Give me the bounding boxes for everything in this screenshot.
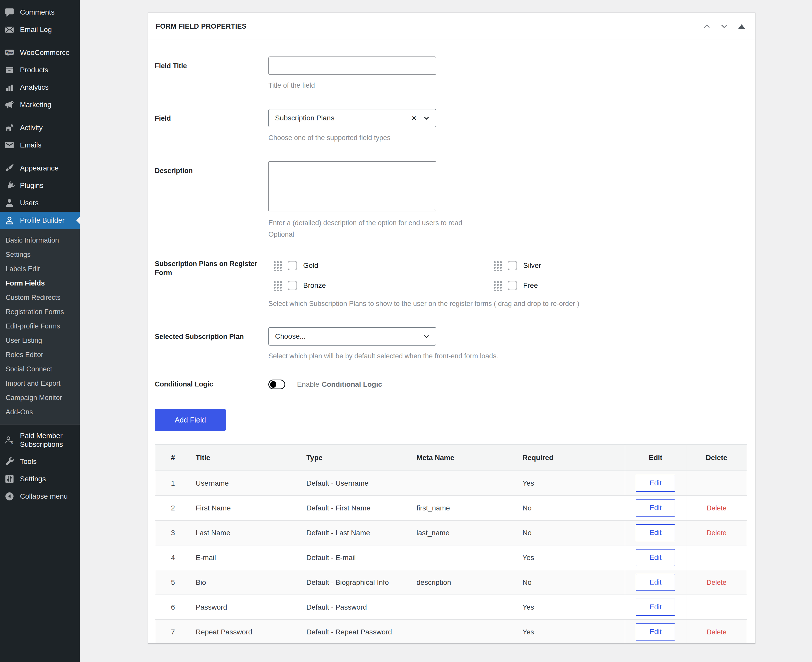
field-type-select[interactable]: Subscription Plans × [268, 109, 436, 127]
sidebar-item-settings-sub[interactable]: Settings [0, 247, 80, 262]
sidebar-item-add-ons[interactable]: Add-Ons [0, 405, 80, 419]
move-down-icon[interactable] [719, 21, 730, 32]
table-header-row: # Title Type Meta Name Required Edit Del… [155, 445, 747, 471]
enable-prefix: Enable [297, 380, 319, 388]
edit-button[interactable]: Edit [636, 623, 675, 641]
sidebar-item-tools[interactable]: Tools [0, 453, 80, 470]
plan-gold-checkbox[interactable] [288, 261, 297, 270]
delete-link[interactable]: Delete [707, 504, 727, 512]
row-title: Last Name [190, 521, 301, 545]
description-textarea[interactable] [268, 161, 436, 211]
edit-button[interactable]: Edit [636, 549, 675, 566]
sliders-icon [4, 474, 15, 484]
edit-button[interactable]: Edit [636, 475, 675, 492]
edit-button[interactable]: Edit [636, 574, 675, 591]
drag-handle-icon[interactable] [273, 260, 282, 271]
user-icon [4, 198, 15, 208]
selected-plan-help: Select which plan will be by default sel… [268, 352, 748, 360]
collapse-circle-icon [4, 491, 15, 502]
sidebar-item-labels-edit[interactable]: Labels Edit [0, 262, 80, 276]
edit-button[interactable]: Edit [636, 524, 675, 541]
plan-silver-checkbox[interactable] [508, 261, 517, 270]
row-required: Yes [517, 620, 625, 644]
sidebar-item-paid-member-subscriptions[interactable]: $ Paid Member Subscriptions [0, 427, 80, 453]
sidebar-item-profile-builder[interactable]: Profile Builder [0, 212, 80, 229]
conditional-logic-toggle[interactable] [268, 379, 285, 389]
sidebar-item-custom-redirects[interactable]: Custom Redirects [0, 290, 80, 305]
sidebar-item-roles-editor[interactable]: Roles Editor [0, 348, 80, 362]
drag-handle-icon[interactable] [493, 260, 502, 271]
collapse-panel-icon[interactable] [736, 21, 747, 32]
field-type-selected-value: Subscription Plans [275, 114, 334, 122]
edit-button[interactable]: Edit [636, 599, 675, 616]
chevron-down-icon[interactable] [422, 332, 430, 341]
sidebar-item-label: Paid Member Subscriptions [20, 431, 76, 448]
row-type: Default - Last Name [301, 521, 411, 545]
sidebar-item-marketing[interactable]: Marketing [0, 96, 80, 114]
row-title: E-mail [190, 545, 301, 570]
plan-free-checkbox[interactable] [508, 281, 517, 290]
add-field-button[interactable]: Add Field [155, 409, 226, 431]
plan-bronze-checkbox[interactable] [288, 281, 297, 290]
sidebar-item-user-listing[interactable]: User Listing [0, 333, 80, 348]
row-meta [411, 620, 517, 644]
sidebar-item-campaign-monitor[interactable]: Campaign Monitor [0, 390, 80, 405]
selected-plan-select[interactable]: Choose... [268, 327, 436, 345]
envelope-icon [4, 140, 15, 151]
sidebar-item-import-and-export[interactable]: Import and Export [0, 376, 80, 390]
sidebar-item-appearance[interactable]: Appearance [0, 159, 80, 177]
sidebar-item-form-fields[interactable]: Form Fields [0, 276, 80, 290]
sidebar-item-basic-information[interactable]: Basic Information [0, 233, 80, 247]
form-field-properties-panel: FORM FIELD PROPERTIES Field Title T [148, 13, 756, 644]
sidebar-item-email-log[interactable]: Email Log [0, 21, 80, 39]
table-row: 6 Password Default - Password Yes Edit [155, 595, 747, 620]
drag-handle-icon[interactable] [273, 280, 282, 291]
sidebar-item-woocommerce[interactable]: Woo WooCommerce [0, 44, 80, 61]
selected-plan-label: Selected Subscription Plan [155, 327, 268, 360]
plug-icon [4, 180, 15, 191]
sidebar-item-label: Settings [20, 475, 46, 483]
sidebar-item-social-connect[interactable]: Social Connect [0, 362, 80, 376]
sidebar-item-collapse-menu[interactable]: Collapse menu [0, 488, 80, 505]
move-up-icon[interactable] [701, 21, 712, 32]
delete-link[interactable]: Delete [707, 529, 727, 537]
sidebar-item-label: Products [20, 66, 48, 74]
plan-option-bronze: Bronze [273, 280, 488, 291]
megaphone-icon [4, 100, 15, 110]
chevron-down-icon[interactable] [422, 114, 430, 122]
sidebar-item-edit-profile-forms[interactable]: Edit-profile Forms [0, 319, 80, 333]
sidebar-item-plugins[interactable]: Plugins [0, 177, 80, 194]
edit-button[interactable]: Edit [636, 500, 675, 517]
col-header-type: Type [301, 445, 411, 471]
sidebar-item-activity[interactable]: Activity [0, 119, 80, 137]
sidebar-item-label: Comments [20, 8, 55, 17]
sidebar-item-label: Tools [20, 457, 37, 466]
clear-selection-icon[interactable]: × [412, 114, 422, 122]
sidebar-item-settings[interactable]: Settings [0, 470, 80, 488]
person-outline-icon [4, 215, 15, 226]
enable-conditional-text: EnableConditional Logic [297, 380, 382, 389]
field-title-control: Title of the field [268, 56, 748, 90]
sidebar-item-analytics[interactable]: Analytics [0, 79, 80, 96]
sidebar-item-products[interactable]: Products [0, 61, 80, 79]
drag-handle-icon[interactable] [493, 280, 502, 291]
row-required: No [517, 570, 625, 595]
col-header-delete: Delete [686, 445, 747, 471]
activity-icon [4, 122, 15, 133]
plan-option-silver: Silver [493, 260, 748, 271]
sidebar-item-emails[interactable]: Emails [0, 137, 80, 154]
triangle-up-icon [738, 24, 745, 29]
field-title-input[interactable] [268, 56, 436, 75]
row-required: Yes [517, 595, 625, 620]
delete-link[interactable]: Delete [707, 578, 727, 586]
sidebar-item-comments[interactable]: Comments [0, 3, 80, 21]
sidebar-item-registration-forms[interactable]: Registration Forms [0, 305, 80, 319]
sidebar-item-label: Users [20, 199, 39, 207]
field-control: Subscription Plans × Choose one of the s… [268, 109, 748, 142]
row-type: Default - Username [301, 471, 411, 496]
row-number: 5 [155, 570, 190, 595]
description-help-1: Enter a (detailed) description of the op… [268, 219, 748, 227]
delete-link[interactable]: Delete [707, 628, 727, 636]
sidebar-item-users[interactable]: Users [0, 194, 80, 212]
row-title: Bio [190, 570, 301, 595]
